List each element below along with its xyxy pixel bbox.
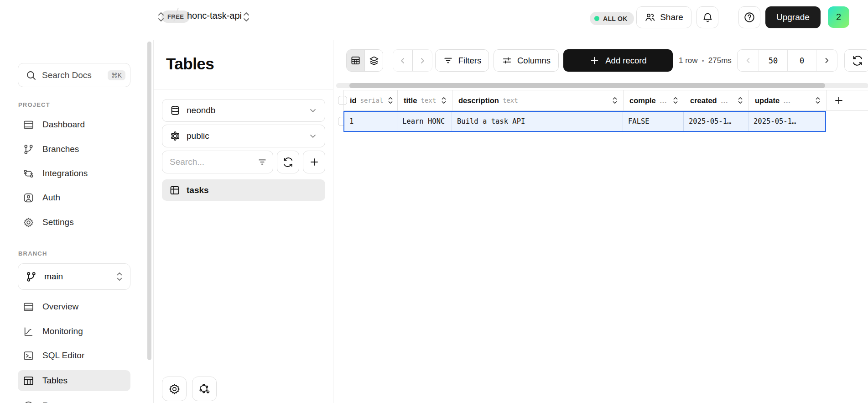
database-selector[interactable]: neondb: [162, 99, 325, 122]
status-badge[interactable]: ALL OK: [590, 12, 634, 25]
project-switcher-icon[interactable]: [242, 10, 251, 24]
export-schema-button[interactable]: [192, 377, 217, 401]
cell-title[interactable]: Learn HONC: [397, 112, 452, 131]
branch-selector[interactable]: main: [18, 263, 130, 290]
cell-id[interactable]: 1: [344, 112, 397, 131]
page-size-value[interactable]: 50: [759, 50, 787, 71]
sidebar-item-settings[interactable]: Settings: [18, 212, 130, 233]
column-header-completed[interactable]: comple …: [624, 90, 684, 110]
filter-funnel-icon[interactable]: [257, 157, 267, 167]
share-button[interactable]: Share: [636, 6, 691, 28]
schema-selector-value: public: [187, 131, 209, 141]
sidebar-item-auth[interactable]: Auth: [18, 187, 130, 208]
search-icon: [26, 70, 36, 81]
table-view-toggle[interactable]: [347, 50, 364, 71]
table-name: tasks: [187, 185, 209, 195]
sidebar-item-dashboard[interactable]: Dashboard: [18, 114, 130, 135]
column-header-created[interactable]: created …: [684, 90, 749, 110]
record-nav: [393, 49, 432, 72]
tables-panel: Tables neondb public: [153, 40, 333, 403]
share-label: Share: [660, 12, 683, 22]
sidebar-item-branches[interactable]: Branches: [18, 139, 130, 160]
upgrade-button[interactable]: Upgrade: [765, 6, 821, 28]
sidebar-item-sql-editor[interactable]: SQL Editor: [18, 345, 130, 366]
add-table-button[interactable]: [303, 151, 325, 173]
sort-icon[interactable]: [814, 95, 821, 105]
horizontal-scrollbar-thumb[interactable]: [349, 83, 825, 88]
page-offset-value[interactable]: 0: [787, 50, 816, 71]
column-header-updated[interactable]: update …: [749, 90, 826, 110]
breadcrumb-project[interactable]: honc-task-api: [187, 10, 242, 21]
pagination: 50 0: [737, 49, 837, 72]
sort-icon[interactable]: [611, 95, 619, 105]
sliders-icon: [502, 55, 512, 66]
table-row[interactable]: 1 Learn HONC Build a task API FALSE 2025…: [343, 111, 826, 132]
sidebar-item-overview[interactable]: Overview: [18, 296, 130, 317]
refresh-icon: [283, 157, 293, 167]
account-switcher-icon[interactable]: [156, 10, 166, 24]
column-header-title[interactable]: title text: [398, 90, 452, 110]
column-name: comple: [629, 96, 656, 105]
column-header-id[interactable]: id serial: [344, 90, 398, 110]
search-docs-button[interactable]: Search Docs ⌘K: [18, 63, 130, 87]
next-record-button[interactable]: [412, 50, 432, 71]
cell-created[interactable]: 2025-05-1…: [684, 112, 748, 131]
query-duration: 275ms: [708, 56, 732, 65]
notifications-button[interactable]: [696, 6, 718, 28]
sort-icon[interactable]: [672, 95, 679, 105]
add-column-button[interactable]: [826, 90, 868, 110]
prev-record-button[interactable]: [393, 50, 412, 71]
sidebar-item-label: Monitoring: [42, 326, 83, 336]
layers-view-toggle[interactable]: [364, 50, 383, 71]
page-prev-button[interactable]: [738, 50, 759, 71]
cell-updated[interactable]: 2025-05-1…: [748, 112, 825, 131]
sidebar-item-integrations[interactable]: Integrations: [18, 163, 130, 184]
schema-selector[interactable]: public: [162, 125, 325, 147]
database-icon: [170, 105, 181, 116]
cell-description[interactable]: Build a task API: [452, 112, 623, 131]
sort-icon[interactable]: [737, 95, 744, 105]
layers-icon: [369, 55, 379, 66]
table-grid-icon: [350, 55, 361, 66]
sidebar: Search Docs ⌘K PROJECT Dashboard Branche…: [0, 0, 153, 403]
stats-separator: •: [702, 57, 704, 64]
columns-button[interactable]: Columns: [494, 49, 559, 72]
table-search-field[interactable]: [162, 151, 273, 173]
refresh-tables-button[interactable]: [277, 151, 299, 173]
sort-icon[interactable]: [387, 95, 394, 105]
sidebar-item-tables[interactable]: Tables: [18, 370, 130, 391]
sidebar-item-monitoring[interactable]: Monitoring: [18, 321, 130, 342]
refresh-grid-button[interactable]: [844, 49, 868, 72]
sidebar-item-label: Overview: [42, 302, 78, 312]
table-list-item-tasks[interactable]: tasks: [162, 179, 325, 201]
sidebar-item-label: SQL Editor: [42, 351, 84, 361]
help-icon: [743, 11, 755, 23]
plus-icon: [309, 157, 320, 167]
panel-title: Tables: [166, 55, 214, 73]
query-stats: 1 row • 275ms: [679, 49, 732, 72]
filter-funnel-icon: [443, 55, 453, 66]
terminal-icon: [23, 350, 34, 361]
sort-icon[interactable]: [440, 95, 447, 105]
people-icon: [645, 12, 655, 23]
column-header-description[interactable]: description text: [452, 90, 624, 110]
avatar[interactable]: 2: [828, 6, 849, 28]
git-branch-icon: [23, 144, 34, 155]
table-search-row: [162, 151, 325, 173]
sidebar-scrollbar[interactable]: [147, 42, 151, 360]
table-search-input[interactable]: [170, 157, 254, 167]
column-type: serial: [360, 97, 384, 104]
horizontal-scrollbar[interactable]: [336, 83, 868, 88]
chevron-down-icon: [308, 106, 317, 115]
add-record-button[interactable]: Add record: [563, 49, 673, 72]
sidebar-item-restore[interactable]: Restore: [18, 395, 130, 403]
truncation-ellipsis: …: [660, 96, 667, 105]
gear-icon: [168, 383, 181, 395]
data-grid-area: Filters Columns Add record 1 row • 275ms…: [333, 40, 868, 403]
help-button[interactable]: [738, 6, 760, 28]
page-next-button[interactable]: [816, 50, 837, 71]
filters-button[interactable]: Filters: [435, 49, 489, 72]
bell-icon: [702, 12, 713, 23]
table-settings-button[interactable]: [162, 377, 187, 401]
cell-completed[interactable]: FALSE: [623, 112, 684, 131]
